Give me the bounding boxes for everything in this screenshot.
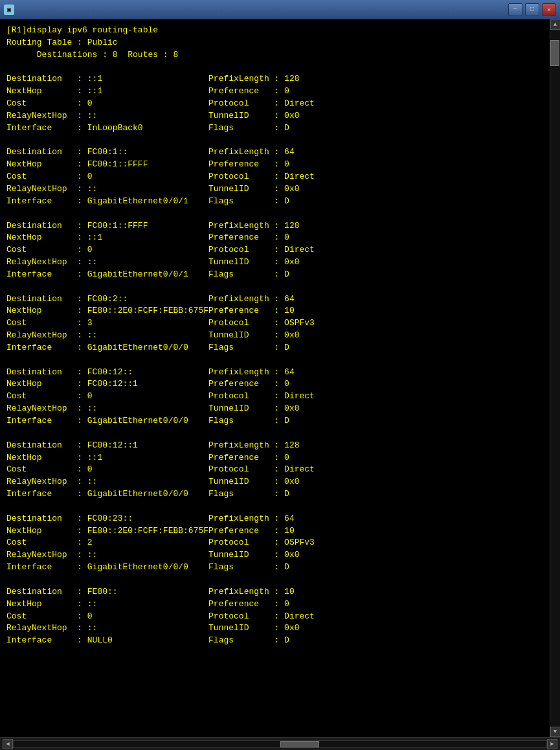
entry-4-destination-label: Destination : FC00:12:: bbox=[6, 367, 208, 377]
entry-2-nexthop-label: NextHop : ::1 bbox=[6, 233, 208, 242]
entry-6-prefix-label: PrefixLength : 64 bbox=[208, 514, 295, 523]
entry-4-cost-label: Cost : 0 bbox=[6, 391, 208, 401]
entry-6-interface-label: Interface : GigabitEthernet0/0/0 bbox=[6, 562, 208, 572]
entry-2-relaynexthop-label: RelayNextHop : :: bbox=[6, 257, 208, 267]
entry-4-preference-label: Preference : 0 bbox=[208, 379, 289, 389]
entry-7-relaynexthop-label: RelayNextHop : :: bbox=[6, 623, 208, 633]
entry-6-relaynexthop-label: RelayNextHop : :: bbox=[6, 550, 208, 560]
entry-0-prefix-label: PrefixLength : 128 bbox=[208, 74, 299, 84]
minimize-icon: ─ bbox=[513, 6, 517, 13]
entry-3-cost-label: Cost : 3 bbox=[6, 318, 208, 328]
window-controls[interactable]: ─ □ ✕ bbox=[508, 3, 556, 16]
entry-1-relaynexthop-label: RelayNextHop : :: bbox=[6, 184, 208, 194]
entry-6-flags-label: Flags : D bbox=[208, 562, 289, 572]
vertical-scrollbar[interactable]: ▲ ▼ bbox=[550, 19, 560, 737]
entry-1-prefix-label: PrefixLength : 64 bbox=[208, 147, 295, 157]
command-line: [R1]display ipv6 routing-table bbox=[6, 25, 158, 35]
entry-5-destination-label: Destination : FC00:12::1 bbox=[6, 440, 208, 450]
entry-0-interface-label: Interface : InLoopBack0 bbox=[6, 123, 208, 133]
entry-4-protocol-label: Protocol : Direct bbox=[208, 391, 315, 401]
entry-4-prefix-label: PrefixLength : 64 bbox=[208, 367, 295, 377]
entry-0-cost-label: Cost : 0 bbox=[6, 98, 208, 108]
entry-5-cost-label: Cost : 0 bbox=[6, 464, 208, 474]
entry-5-nexthop-label: NextHop : ::1 bbox=[6, 453, 208, 462]
entry-3-preference-label: Preference : 10 bbox=[208, 306, 295, 315]
entry-0-preference-label: Preference : 0 bbox=[208, 86, 289, 96]
entry-6-tunnelid-label: TunnelID : 0x0 bbox=[208, 550, 299, 560]
entry-3-prefix-label: PrefixLength : 64 bbox=[208, 294, 295, 304]
entry-2-interface-label: Interface : GigabitEthernet0/0/1 bbox=[6, 269, 208, 279]
scroll-up-arrow[interactable]: ▲ bbox=[550, 19, 561, 30]
entry-7-interface-label: Interface : NULL0 bbox=[6, 635, 208, 645]
entry-4-flags-label: Flags : D bbox=[208, 416, 289, 426]
entry-7-flags-label: Flags : D bbox=[208, 635, 289, 645]
restore-icon: □ bbox=[530, 6, 534, 13]
title-bar-left: ▣ bbox=[4, 5, 18, 15]
title-bar: ▣ ─ □ ✕ bbox=[0, 0, 560, 19]
entry-3-protocol-label: Protocol : OSPFv3 bbox=[208, 318, 315, 328]
entry-2-destination-label: Destination : FC00:1::FFFF bbox=[6, 221, 208, 231]
entry-3-flags-label: Flags : D bbox=[208, 343, 289, 352]
entry-6-destination-label: Destination : FC00:23:: bbox=[6, 514, 208, 523]
entry-7-preference-label: Preference : 0 bbox=[208, 599, 289, 609]
entry-7-destination-label: Destination : FE80:: bbox=[6, 587, 208, 597]
scroll-left-arrow[interactable]: ◀ bbox=[3, 739, 13, 749]
entry-3-interface-label: Interface : GigabitEthernet0/0/0 bbox=[6, 343, 208, 352]
entry-0-tunnelid-label: TunnelID : 0x0 bbox=[208, 111, 299, 120]
entry-5-protocol-label: Protocol : Direct bbox=[208, 464, 315, 474]
scroll-thumb[interactable] bbox=[550, 40, 559, 66]
entry-6-preference-label: Preference : 10 bbox=[208, 526, 295, 536]
entry-4-tunnelid-label: TunnelID : 0x0 bbox=[208, 403, 299, 413]
terminal-output[interactable]: [R1]display ipv6 routing-table Routing T… bbox=[0, 19, 550, 737]
entry-5-prefix-label: PrefixLength : 128 bbox=[208, 440, 299, 450]
entry-5-interface-label: Interface : GigabitEthernet0/0/0 bbox=[6, 489, 208, 499]
entry-4-nexthop-label: NextHop : FC00:12::1 bbox=[6, 379, 208, 389]
entry-5-preference-label: Preference : 0 bbox=[208, 453, 289, 462]
entry-1-preference-label: Preference : 0 bbox=[208, 159, 289, 169]
horizontal-scrollbar-track[interactable] bbox=[13, 740, 547, 748]
entry-6-cost-label: Cost : 2 bbox=[6, 538, 208, 547]
entry-0-flags-label: Flags : D bbox=[208, 123, 289, 133]
entry-7-protocol-label: Protocol : Direct bbox=[208, 611, 315, 621]
entry-3-tunnelid-label: TunnelID : 0x0 bbox=[208, 330, 299, 340]
entry-6-nexthop-label: NextHop : FE80::2E0:FCFF:FEBB:675F bbox=[6, 526, 208, 536]
entry-1-interface-label: Interface : GigabitEthernet0/0/1 bbox=[6, 196, 208, 206]
entry-1-destination-label: Destination : FC00:1:: bbox=[6, 147, 208, 157]
entry-7-nexthop-label: NextHop : :: bbox=[6, 599, 208, 609]
entry-6-protocol-label: Protocol : OSPFv3 bbox=[208, 538, 315, 547]
entry-2-tunnelid-label: TunnelID : 0x0 bbox=[208, 257, 299, 267]
horizontal-scroll-thumb[interactable] bbox=[280, 741, 319, 747]
entry-1-cost-label: Cost : 0 bbox=[6, 172, 208, 181]
minimize-button[interactable]: ─ bbox=[508, 3, 522, 16]
entry-3-nexthop-label: NextHop : FE80::2E0:FCFF:FEBB:675F bbox=[6, 306, 208, 315]
routing-table-header: Routing Table : Public bbox=[6, 38, 118, 47]
entry-5-relaynexthop-label: RelayNextHop : :: bbox=[6, 477, 208, 486]
scroll-down-arrow[interactable]: ▼ bbox=[550, 727, 561, 737]
entry-7-cost-label: Cost : 0 bbox=[6, 611, 208, 621]
entry-3-relaynexthop-label: RelayNextHop : :: bbox=[6, 330, 208, 340]
entry-1-tunnelid-label: TunnelID : 0x0 bbox=[208, 184, 299, 194]
restore-button[interactable]: □ bbox=[525, 3, 539, 16]
entry-1-flags-label: Flags : D bbox=[208, 196, 289, 206]
entry-4-interface-label: Interface : GigabitEthernet0/0/0 bbox=[6, 416, 208, 426]
destinations-routes: Destinations : 8 Routes : 8 bbox=[6, 50, 178, 60]
bottom-bar: ◀ ▶ bbox=[0, 737, 560, 750]
entry-7-tunnelid-label: TunnelID : 0x0 bbox=[208, 623, 299, 633]
entry-2-protocol-label: Protocol : Direct bbox=[208, 245, 315, 255]
entry-0-nexthop-label: NextHop : ::1 bbox=[6, 86, 208, 96]
close-button[interactable]: ✕ bbox=[542, 3, 556, 16]
entry-0-relaynexthop-label: RelayNextHop : :: bbox=[6, 111, 208, 120]
entry-0-protocol-label: Protocol : Direct bbox=[208, 98, 315, 108]
entry-4-relaynexthop-label: RelayNextHop : :: bbox=[6, 403, 208, 413]
entry-1-nexthop-label: NextHop : FC00:1::FFFF bbox=[6, 159, 208, 169]
entry-5-tunnelid-label: TunnelID : 0x0 bbox=[208, 477, 299, 486]
app-icon: ▣ bbox=[4, 5, 14, 15]
scroll-right-arrow[interactable]: ▶ bbox=[547, 739, 557, 749]
entry-2-preference-label: Preference : 0 bbox=[208, 233, 289, 242]
close-icon: ✕ bbox=[547, 6, 551, 14]
entry-7-prefix-label: PrefixLength : 10 bbox=[208, 587, 295, 597]
entry-3-destination-label: Destination : FC00:2:: bbox=[6, 294, 208, 304]
entry-1-protocol-label: Protocol : Direct bbox=[208, 172, 315, 181]
terminal-wrapper: [R1]display ipv6 routing-table Routing T… bbox=[0, 19, 560, 737]
entry-2-cost-label: Cost : 0 bbox=[6, 245, 208, 255]
